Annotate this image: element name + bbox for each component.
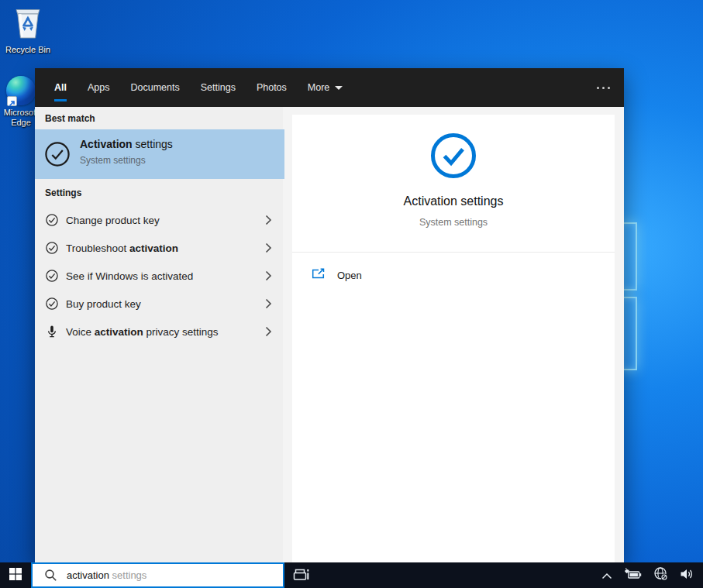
chevron-right-icon bbox=[265, 270, 272, 284]
tab-apps[interactable]: Apps bbox=[88, 68, 110, 107]
tab-all[interactable]: All bbox=[54, 68, 67, 107]
check-circle-blue-icon bbox=[429, 131, 478, 184]
check-circle-icon bbox=[45, 269, 59, 286]
search-flyout: All Apps Documents Settings Photos More … bbox=[35, 68, 624, 562]
open-action[interactable]: Open bbox=[292, 253, 615, 297]
result-voice-activation-privacy-settings[interactable]: Voice activation privacy settings bbox=[35, 318, 284, 346]
volume-button[interactable] bbox=[676, 562, 698, 588]
active-tab-underline bbox=[54, 99, 67, 101]
search-results-area: Best match Activation settings System se… bbox=[35, 107, 624, 562]
tab-photos[interactable]: Photos bbox=[257, 68, 287, 107]
preview-subtitle: System settings bbox=[292, 217, 615, 228]
divider bbox=[292, 252, 615, 253]
shortcut-arrow-icon bbox=[7, 96, 17, 106]
check-circle-icon bbox=[45, 213, 59, 230]
result-buy-product-key[interactable]: Buy product key bbox=[35, 290, 284, 318]
edge-icon bbox=[6, 76, 36, 105]
show-hidden-icons-button[interactable] bbox=[598, 562, 616, 588]
recycle-bin-icon bbox=[0, 4, 57, 43]
search-icon bbox=[44, 569, 57, 582]
tab-more[interactable]: More bbox=[308, 68, 343, 107]
windows-logo-icon bbox=[9, 568, 22, 583]
best-match-header: Best match bbox=[45, 113, 95, 124]
check-circle-icon bbox=[45, 297, 59, 314]
tab-settings[interactable]: Settings bbox=[201, 68, 236, 107]
result-troubleshoot-activation[interactable]: Troubleshoot activation bbox=[35, 234, 284, 262]
volume-icon bbox=[680, 568, 694, 583]
open-action-label: Open bbox=[337, 270, 362, 281]
result-change-product-key[interactable]: Change product key bbox=[35, 206, 284, 234]
more-options-button[interactable] bbox=[597, 68, 610, 107]
network-status-button[interactable] bbox=[650, 562, 672, 588]
search-query-suggestion: settings bbox=[109, 569, 146, 581]
battery-status-button[interactable] bbox=[620, 562, 646, 588]
preview-title: Activation settings bbox=[292, 194, 615, 208]
search-query-typed: activation bbox=[67, 569, 109, 581]
chevron-right-icon bbox=[265, 298, 272, 312]
taskbar: activation settings bbox=[0, 562, 703, 588]
chevron-right-icon bbox=[265, 326, 272, 340]
results-pane: Best match Activation settings System se… bbox=[35, 107, 283, 562]
check-circle-icon bbox=[45, 241, 59, 258]
open-external-icon bbox=[311, 268, 326, 283]
chevron-right-icon bbox=[265, 242, 272, 256]
result-see-if-windows-is-activated[interactable]: See if Windows is activated bbox=[35, 262, 284, 290]
start-button[interactable] bbox=[0, 562, 31, 588]
microphone-icon bbox=[45, 325, 59, 342]
desktop-icon-label: Recycle Bin bbox=[0, 45, 57, 55]
system-tray bbox=[598, 562, 703, 588]
taskbar-search-input[interactable]: activation settings bbox=[31, 562, 284, 588]
best-match-title: Activation settings bbox=[80, 138, 173, 150]
task-view-icon bbox=[292, 566, 309, 585]
settings-section-header: Settings bbox=[45, 187, 81, 198]
chevron-down-icon bbox=[335, 86, 343, 90]
battery-plugged-icon bbox=[624, 568, 642, 583]
preview-pane: Activation settings System settings Open bbox=[292, 115, 615, 562]
best-match-result-activation-settings[interactable]: Activation settings System settings bbox=[35, 129, 284, 179]
best-match-subtitle: System settings bbox=[80, 155, 173, 166]
check-circle-icon bbox=[44, 141, 71, 170]
more-options-icon bbox=[597, 87, 599, 89]
search-filter-tabs: All Apps Documents Settings Photos More bbox=[35, 68, 624, 107]
globe-no-internet-icon bbox=[653, 566, 668, 584]
chevron-right-icon bbox=[265, 215, 272, 229]
chevron-up-icon bbox=[601, 569, 612, 583]
desktop-icon-recycle-bin[interactable]: Recycle Bin bbox=[0, 4, 57, 55]
task-view-button[interactable] bbox=[284, 562, 317, 588]
tab-documents[interactable]: Documents bbox=[130, 68, 179, 107]
